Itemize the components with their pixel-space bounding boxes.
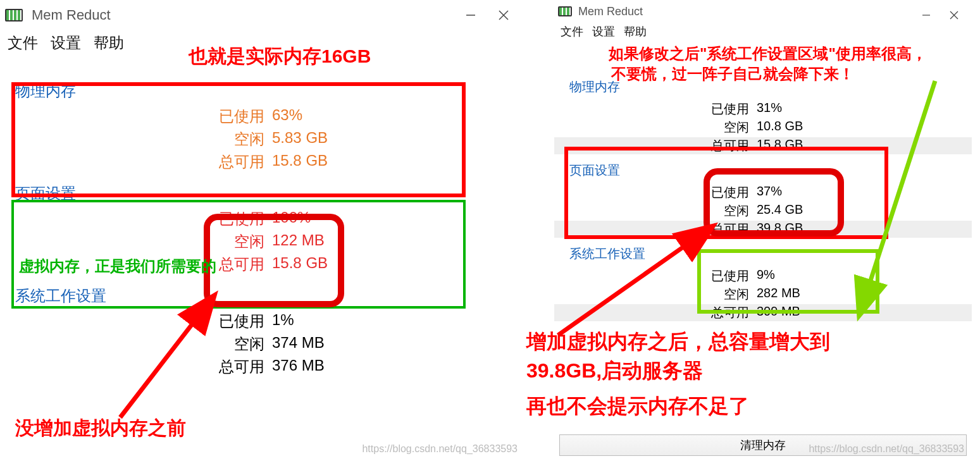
title-bar[interactable]: Mem Reduct: [554, 0, 972, 23]
label-free: 空闲: [0, 334, 272, 354]
section-page-title: 页面设置: [0, 180, 525, 207]
label-total: 总可用: [0, 152, 272, 172]
clean-memory-label: 清理内存: [740, 438, 786, 453]
window-title: Mem Reduct: [32, 7, 111, 23]
close-button[interactable]: [497, 9, 510, 21]
value-phys-free: 10.8 GB: [757, 119, 883, 136]
menu-bar: 文件 设置 帮助: [0, 30, 525, 58]
label-total: 总可用: [0, 357, 272, 377]
value-page-used: 100%: [272, 209, 399, 229]
menu-help[interactable]: 帮助: [624, 24, 647, 39]
label-used: 已使用: [0, 209, 272, 229]
section-syswork-stats: 已使用9% 空闲282 MB 总可用309 MB: [554, 266, 972, 325]
label-used: 已使用: [0, 106, 272, 126]
label-used: 已使用: [554, 267, 757, 285]
value-sys-used: 1%: [272, 311, 399, 331]
value-phys-used: 31%: [757, 101, 883, 118]
section-physical-stats: 已使用31% 空闲10.8 GB 总可用15.8 GB: [554, 99, 972, 158]
clean-memory-button[interactable]: 清理内存: [559, 434, 967, 456]
label-used: 已使用: [554, 184, 757, 201]
label-total: 总可用: [554, 304, 757, 321]
section-page-stats: 已使用37% 空闲25.4 GB 总可用39.8 GB: [554, 183, 972, 242]
value-page-used: 37%: [757, 184, 883, 201]
window-title: Mem Reduct: [578, 5, 643, 18]
value-phys-free: 5.83 GB: [272, 129, 399, 149]
menu-file[interactable]: 文件: [8, 33, 38, 53]
section-page-title: 页面设置: [554, 158, 972, 183]
value-sys-used: 9%: [757, 267, 883, 285]
section-page-stats: 已使用100% 空闲122 MB 总可用15.8 GB: [0, 207, 525, 282]
window-controls: [464, 0, 525, 30]
value-sys-total: 309 MB: [757, 304, 883, 321]
menu-settings[interactable]: 设置: [51, 33, 81, 53]
value-page-free: 122 MB: [272, 231, 399, 252]
value-sys-total: 376 MB: [272, 357, 399, 377]
menu-settings[interactable]: 设置: [592, 24, 615, 39]
app-icon: [5, 9, 23, 22]
label-free: 空闲: [554, 286, 757, 303]
menu-bar: 文件 设置 帮助: [554, 23, 972, 43]
value-page-total: 15.8 GB: [272, 254, 399, 274]
value-phys-total: 15.8 GB: [272, 152, 399, 172]
title-bar[interactable]: Mem Reduct: [0, 0, 525, 30]
label-total: 总可用: [554, 221, 757, 238]
window-right: Mem Reduct 文件 设置 帮助 物理内存 已使用31% 空闲10.8 G…: [554, 0, 972, 461]
close-button[interactable]: [948, 11, 960, 20]
value-page-total: 39.8 GB: [757, 221, 883, 238]
label-used: 已使用: [554, 101, 757, 118]
section-physical-title: 物理内存: [554, 75, 972, 99]
minimize-button[interactable]: [920, 11, 933, 20]
section-syswork-stats: 已使用1% 空闲374 MB 总可用376 MB: [0, 310, 525, 384]
value-phys-total: 15.8 GB: [757, 137, 883, 154]
section-syswork-title: 系统工作设置: [554, 242, 972, 266]
section-physical-stats: 已使用63% 空闲5.83 GB 总可用15.8 GB: [0, 105, 525, 180]
menu-file[interactable]: 文件: [561, 24, 583, 39]
app-icon: [558, 6, 572, 16]
label-free: 空闲: [554, 202, 757, 219]
label-free: 空闲: [554, 119, 757, 136]
window-controls: [920, 0, 972, 30]
section-physical-title: 物理内存: [0, 77, 525, 105]
label-total: 总可用: [0, 254, 272, 274]
window-left: Mem Reduct 文件 设置 帮助 物理内存 已使用63% 空闲5.83 G…: [0, 0, 525, 461]
value-page-free: 25.4 GB: [757, 202, 883, 219]
value-phys-used: 63%: [272, 106, 399, 126]
value-sys-free: 282 MB: [757, 286, 883, 303]
label-used: 已使用: [0, 311, 272, 331]
label-free: 空闲: [0, 231, 272, 252]
menu-help[interactable]: 帮助: [94, 33, 124, 53]
label-total: 总可用: [554, 137, 757, 154]
minimize-button[interactable]: [464, 9, 477, 21]
section-syswork-title: 系统工作设置: [0, 282, 525, 310]
label-free: 空闲: [0, 129, 272, 149]
watermark: https://blog.csdn.net/qq_36833593: [362, 443, 518, 455]
value-sys-free: 374 MB: [272, 334, 399, 354]
